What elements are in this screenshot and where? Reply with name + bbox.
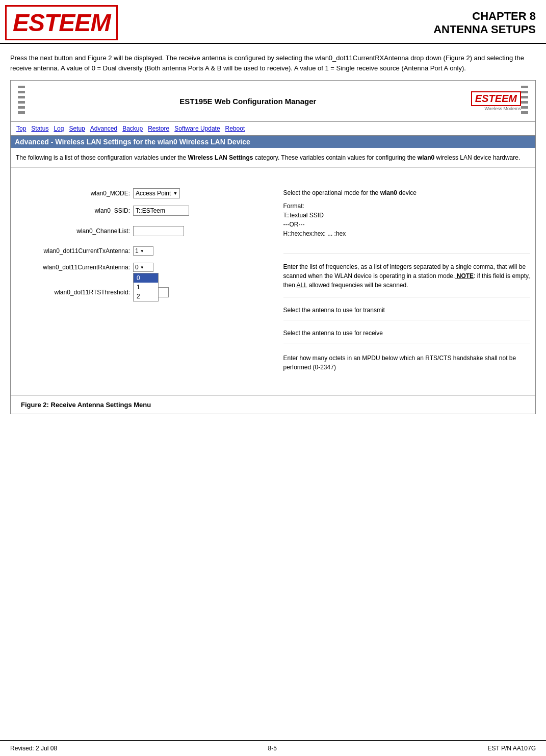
page-header: ESTEEM CHAPTER 8 ANTENNA SETUPS bbox=[0, 0, 546, 44]
nav-reboot[interactable]: Reboot bbox=[223, 124, 248, 133]
nav-status[interactable]: Status bbox=[29, 124, 51, 133]
all-text: ALL bbox=[297, 282, 307, 289]
nav-restore[interactable]: Restore bbox=[145, 124, 172, 133]
footer-center: 8-5 bbox=[268, 745, 277, 752]
logo-text: ESTEEM bbox=[13, 9, 110, 36]
tx-antenna-control: 1 bbox=[133, 246, 153, 256]
section-heading: Advanced - Wireless LAN Settings for the… bbox=[11, 136, 535, 148]
config-manager-box: EST195E Web Configuration Manager ESTEEM… bbox=[10, 80, 536, 414]
mode-desc: Select the operational mode for the wlan… bbox=[283, 188, 531, 197]
left-deco-bar bbox=[18, 86, 25, 116]
form-descriptions: Select the operational mode for the wlan… bbox=[273, 173, 536, 390]
channel-label: wlan0_ChannelList: bbox=[21, 228, 133, 235]
rx-antenna-field-row: wlan0_dot11CurrentRxAntenna: 0 0 1 2 bbox=[21, 263, 268, 272]
mode-value: Access Point bbox=[136, 190, 171, 197]
mode-desc-text: Select the operational mode for the bbox=[283, 189, 380, 196]
rx-list-item-1[interactable]: 1 bbox=[134, 283, 158, 292]
nav-bar: Top Status Log Setup Advanced Backup Res… bbox=[11, 122, 535, 136]
channel-field-row: wlan0_ChannelList: bbox=[21, 226, 268, 236]
footer-right: EST P/N AA107G bbox=[488, 745, 536, 752]
ssid-field-row: wlan0_SSID: bbox=[21, 206, 268, 216]
config-logo-area: ESTEEM Wireless Modems bbox=[471, 91, 521, 111]
tx-desc: Select the antenna to use for transmit bbox=[283, 306, 531, 315]
rx-antenna-control: 0 0 1 2 bbox=[133, 263, 153, 272]
rx-antenna-label: wlan0_dot11CurrentRxAntenna: bbox=[21, 264, 133, 271]
desc-part2: category. These variables contain values… bbox=[253, 154, 417, 161]
rts-desc-section: Enter how many octets in an MPDU below w… bbox=[283, 354, 531, 377]
mode-field-row: wlan0_MODE: Access Point bbox=[21, 188, 268, 198]
note-text: NOTE bbox=[455, 272, 474, 280]
nav-top[interactable]: Top bbox=[14, 124, 29, 133]
mode-bold: wlan0 bbox=[380, 189, 397, 196]
rx-antenna-value: 0 bbox=[135, 264, 139, 271]
mode-desc-section: Select the operational mode for the wlan… bbox=[283, 188, 531, 254]
rx-list-item-0[interactable]: 0 bbox=[134, 273, 158, 283]
config-logo: ESTEEM bbox=[471, 91, 521, 106]
rx-desc-section: Select the antenna to use for receive bbox=[283, 329, 531, 343]
tx-antenna-value: 1 bbox=[135, 247, 139, 255]
config-title: EST195E Web Configuration Manager bbox=[25, 97, 471, 106]
rx-antenna-dropdown[interactable]: 0 bbox=[133, 263, 153, 272]
channel-desc: Enter the list of frequencies, as a list… bbox=[283, 262, 531, 290]
channel-desc-section: Enter the list of frequencies, as a list… bbox=[283, 262, 531, 297]
tx-antenna-field-row: wlan0_dot11CurrentTxAntenna: 1 bbox=[21, 246, 268, 256]
company-logo: ESTEEM bbox=[5, 5, 118, 40]
tx-antenna-dropdown[interactable]: 1 bbox=[133, 246, 153, 256]
config-header: EST195E Web Configuration Manager ESTEEM… bbox=[11, 81, 535, 122]
right-deco-bar bbox=[521, 86, 528, 116]
ssid-label: wlan0_SSID: bbox=[21, 207, 133, 214]
ssid-control bbox=[133, 206, 189, 216]
rx-list-item-2[interactable]: 2 bbox=[134, 292, 158, 301]
format-title: Format: bbox=[283, 201, 531, 211]
tx-antenna-label: wlan0_dot11CurrentTxAntenna: bbox=[21, 247, 133, 255]
nav-software-update[interactable]: Software Update bbox=[172, 124, 222, 133]
footer-left: Revised: 2 Jul 08 bbox=[10, 745, 57, 752]
figure-caption: Figure 2: Receive Antenna Settings Menu bbox=[11, 395, 535, 414]
rts-label: wlan0_dot11RTSThreshold: bbox=[21, 289, 133, 296]
desc-part1: The following is a list of those configu… bbox=[16, 154, 188, 161]
desc-bold2: wlan0 bbox=[418, 154, 434, 161]
mode-dropdown[interactable]: Access Point bbox=[133, 188, 180, 198]
intro-text: Press the next button and Figure 2 will … bbox=[10, 54, 524, 72]
format-line-1: T::textual SSID bbox=[283, 211, 531, 220]
nav-setup[interactable]: Setup bbox=[66, 124, 87, 133]
channel-input[interactable] bbox=[133, 226, 184, 236]
intro-paragraph: Press the next button and Figure 2 will … bbox=[0, 44, 546, 80]
ssid-input[interactable] bbox=[133, 206, 189, 216]
chapter-number: CHAPTER 8 bbox=[433, 10, 536, 23]
chapter-subtitle: ANTENNA SETUPS bbox=[433, 23, 536, 36]
nav-log[interactable]: Log bbox=[51, 124, 66, 133]
mode-control: Access Point bbox=[133, 188, 180, 198]
tx-desc-section: Select the antenna to use for transmit bbox=[283, 306, 531, 320]
channel-control bbox=[133, 226, 184, 236]
config-logo-sub: Wireless Modems bbox=[484, 106, 521, 111]
desc-part3: wireless LAN device hardware. bbox=[434, 154, 520, 161]
desc-bold1: Wireless LAN Settings bbox=[188, 154, 253, 161]
form-area: wlan0_MODE: Access Point wlan0_SSID: wla… bbox=[11, 168, 535, 395]
rts-desc: Enter how many octets in an MPDU below w… bbox=[283, 354, 531, 372]
section-description: The following is a list of those configu… bbox=[11, 148, 535, 168]
mode-desc2: device bbox=[397, 189, 417, 196]
nav-backup[interactable]: Backup bbox=[120, 124, 145, 133]
format-section: Format: T::textual SSID ---OR--- H::hex:… bbox=[283, 201, 531, 238]
format-line-3: H::hex:hex:hex: ... :hex bbox=[283, 229, 531, 238]
nav-advanced[interactable]: Advanced bbox=[88, 124, 120, 133]
page-footer: Revised: 2 Jul 08 8-5 EST P/N AA107G bbox=[0, 740, 546, 756]
form-fields: wlan0_MODE: Access Point wlan0_SSID: wla… bbox=[11, 173, 273, 390]
rx-dropdown-list: 0 1 2 bbox=[133, 273, 159, 301]
chapter-title: CHAPTER 8 ANTENNA SETUPS bbox=[433, 10, 536, 36]
format-line-2: ---OR--- bbox=[283, 220, 531, 229]
rx-desc: Select the antenna to use for receive bbox=[283, 329, 531, 338]
mode-label: wlan0_MODE: bbox=[21, 190, 133, 197]
